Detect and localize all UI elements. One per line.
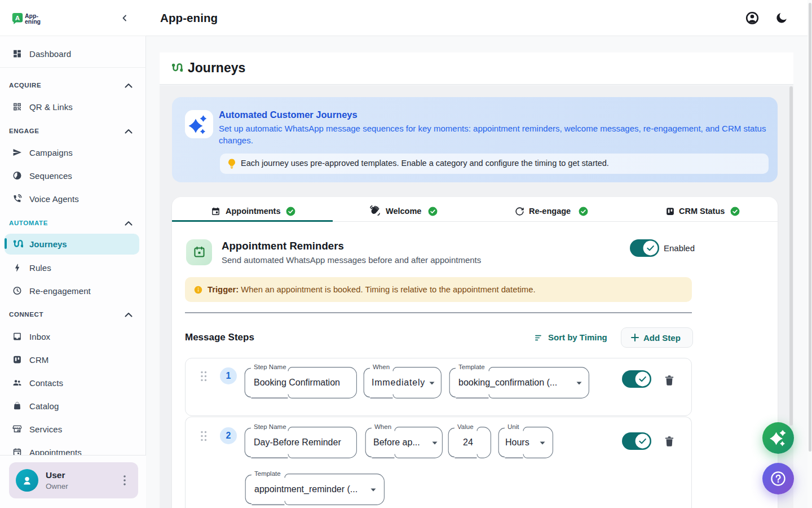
svg-text:A: A [15, 14, 20, 21]
